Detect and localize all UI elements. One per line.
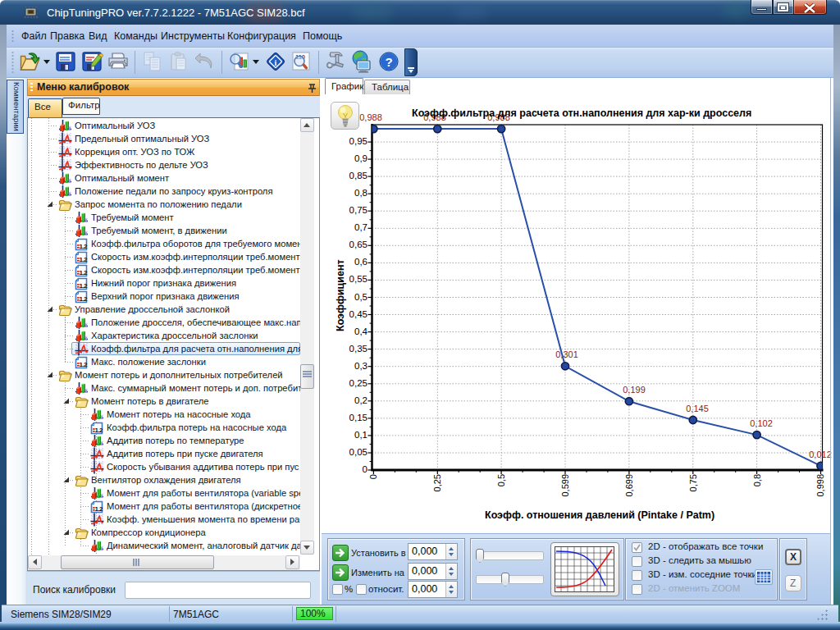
svg-text:1.2: 1.2 — [80, 256, 88, 263]
svg-text:i: i — [275, 58, 277, 67]
svg-text:1.2: 1.2 — [80, 282, 88, 290]
svg-text:1.2: 1.2 — [95, 427, 103, 434]
svg-text:?: ? — [385, 55, 392, 69]
svg-text:1.2: 1.2 — [80, 269, 88, 276]
svg-text:1.2: 1.2 — [80, 361, 88, 368]
svg-text:1.2: 1.2 — [80, 243, 88, 250]
svg-text:1.2: 1.2 — [95, 505, 103, 513]
svg-text:1.2: 1.2 — [80, 295, 88, 303]
